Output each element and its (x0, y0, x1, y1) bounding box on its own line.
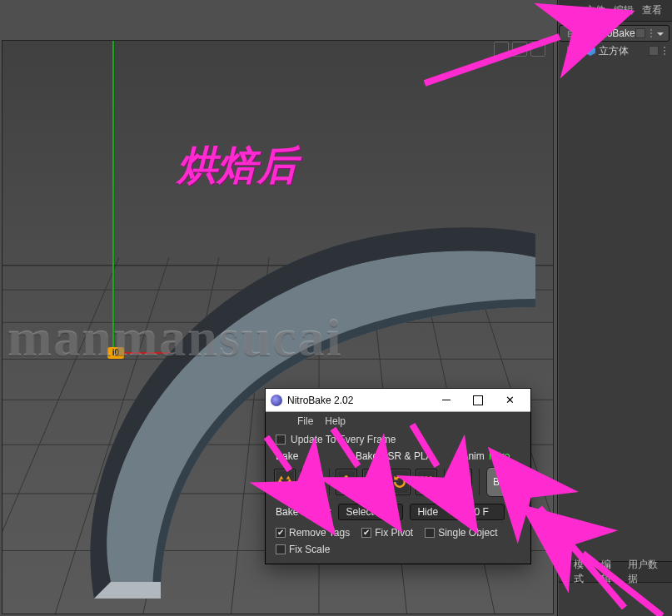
anim-filmstrip-button[interactable] (451, 469, 473, 495)
tab-userdata[interactable]: 用户数据 (628, 558, 665, 586)
svg-point-20 (425, 476, 427, 479)
tree-branch-icon: └ (564, 47, 572, 56)
single-object-checkbox[interactable] (425, 528, 435, 538)
tree-caret-icon[interactable]: ⊟ (566, 29, 575, 38)
window-maximize-button[interactable] (462, 389, 494, 412)
single-object-label: Single Object (438, 527, 497, 539)
tab-file[interactable]: 文件 (585, 3, 605, 17)
watermark-text: manmansucai (7, 307, 554, 369)
dialog-title-text: NitroBake 2.02 (287, 395, 353, 406)
nitrobake-dialog[interactable]: NitroBake 2.02 File Help Update To Every… (265, 388, 531, 564)
tab-edit2[interactable]: 编辑 (601, 558, 620, 586)
fix-pivot-label: Fix Pivot (375, 527, 413, 539)
svg-rect-32 (457, 486, 459, 488)
svg-line-10 (136, 257, 219, 614)
svg-rect-28 (459, 475, 465, 489)
panel-grip-icon (565, 5, 577, 17)
attribute-manager-tabbar: 模式 编辑 用户数据 (559, 561, 672, 583)
svg-rect-33 (465, 476, 467, 478)
section-label-anim: Anim (457, 450, 489, 462)
tree-item-nitrobake[interactable]: ⊟ 0 NitroBake (559, 25, 670, 42)
axis-x (112, 352, 196, 354)
svg-point-22 (421, 480, 423, 483)
section-label-psr-pla: Bake PSR & PLA (331, 450, 457, 462)
tree-tag-icon[interactable] (635, 28, 645, 38)
viewport-icon-bar (8, 42, 545, 57)
panel-grip-icon (276, 416, 286, 426)
object-manager-tabbar: 文件 编辑 查看 (559, 0, 672, 22)
svg-point-21 (429, 476, 431, 479)
bake-mode-select[interactable]: Select (338, 504, 403, 520)
axis-y (112, 41, 114, 357)
dialog-titlebar[interactable]: NitroBake 2.02 (266, 389, 530, 412)
svg-point-25 (421, 484, 423, 487)
bake-recycle-button[interactable] (274, 469, 296, 495)
viewport-layout-button-3[interactable] (530, 42, 545, 57)
svg-rect-36 (465, 486, 467, 488)
svg-point-26 (425, 484, 427, 487)
fix-pivot-checkbox[interactable] (361, 528, 371, 538)
fix-scale-checkbox[interactable] (276, 544, 286, 554)
dialog-menubar: File Help (266, 412, 530, 430)
frame-spinner[interactable]: 0 F (468, 504, 505, 520)
svg-line-16 (2, 257, 119, 614)
update-every-frame-label: Update To Every Frame (291, 434, 396, 445)
window-close-button[interactable] (494, 389, 525, 412)
svg-point-24 (429, 480, 431, 483)
tree-frame-badge: 0 (576, 27, 588, 39)
svg-rect-34 (465, 479, 467, 481)
hide-select[interactable]: Hide (410, 504, 461, 520)
tree-dots-icon[interactable] (662, 46, 667, 56)
bake-align-button[interactable] (301, 469, 322, 495)
svg-point-23 (425, 480, 427, 483)
remove-tags-label: Remove Tags (289, 527, 350, 539)
viewport-layout-button-2[interactable] (512, 42, 527, 57)
psr-loop-button[interactable] (389, 469, 411, 495)
tree-item-label: 立方体 (599, 44, 629, 58)
bake-mode-label: Bake Mode : (276, 506, 331, 518)
tree-tag-icon[interactable] (649, 46, 659, 56)
object-tree[interactable]: ⊟ 0 NitroBake └ 立方体 (559, 25, 672, 60)
psr-matrix-button[interactable] (416, 469, 437, 495)
fix-scale-label: Fix Scale (289, 544, 330, 555)
svg-rect-29 (457, 476, 459, 478)
svg-point-27 (429, 484, 431, 487)
viewport-layout-button-1[interactable] (494, 42, 509, 57)
tab-mode[interactable]: 模式 (574, 558, 593, 586)
tree-item-label: NitroBake (591, 27, 635, 39)
app-logo-icon (271, 395, 282, 406)
tab-view[interactable]: 查看 (642, 3, 662, 17)
svg-line-11 (227, 257, 269, 614)
svg-rect-31 (457, 483, 459, 484)
window-minimize-button[interactable] (431, 389, 462, 412)
svg-rect-30 (457, 479, 459, 481)
psr-move-button[interactable] (336, 469, 357, 495)
annotation-title-cn: 烘焙后 (177, 139, 297, 192)
section-label-bake: Bake (276, 450, 331, 462)
svg-rect-35 (465, 483, 467, 484)
tree-dots-icon[interactable] (649, 28, 654, 38)
svg-rect-17 (367, 476, 372, 487)
menu-help[interactable]: Help (325, 415, 346, 427)
remove-tags-checkbox[interactable] (276, 528, 286, 538)
tree-item-cube[interactable]: └ 立方体 (559, 42, 672, 60)
cube-icon (585, 46, 595, 56)
svg-line-9 (44, 257, 169, 614)
psr-frames-button[interactable] (362, 469, 384, 495)
update-every-frame-checkbox[interactable] (276, 435, 286, 445)
tab-edit[interactable]: 编辑 (614, 3, 634, 17)
svg-rect-18 (375, 476, 380, 487)
section-label-nitro: Nitro (489, 450, 520, 462)
menu-file[interactable]: File (297, 415, 313, 427)
svg-point-19 (421, 476, 423, 479)
pivot-badge: i0 (107, 347, 124, 359)
bake-button[interactable]: Bake (486, 467, 522, 497)
